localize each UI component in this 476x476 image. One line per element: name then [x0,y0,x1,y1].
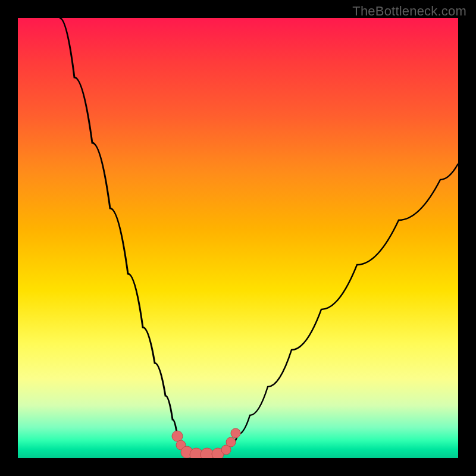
plot-area [18,18,458,458]
curve-right-branch [225,164,458,453]
data-marker [231,428,240,438]
data-marker [226,437,236,447]
curve-left-branch [60,18,186,453]
data-markers [172,428,240,458]
chart-stage: TheBottleneck.com [0,0,476,476]
data-marker [172,431,183,441]
curve-layer [18,18,458,458]
watermark-text: TheBottleneck.com [352,4,466,19]
